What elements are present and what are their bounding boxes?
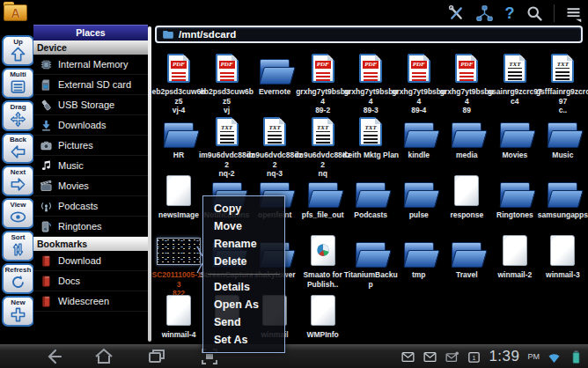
file-item[interactable]: TXTgsainrg9zcrc97c4 (491, 51, 539, 106)
file-item[interactable]: winmail-3 (539, 234, 586, 280)
folder-icon (353, 174, 388, 208)
path-bar[interactable]: /mnt/sdcard (155, 26, 583, 43)
notification-tray[interactable]: 1 1:39PM (401, 344, 584, 368)
file-item[interactable]: Smaato for Publish.. (299, 234, 347, 289)
item-label: samsungapps (534, 210, 588, 220)
folder-item[interactable]: HR (155, 114, 202, 160)
sidebar-item-movies[interactable]: Movies (33, 176, 148, 196)
sidebar-item-label: External SD card (58, 75, 131, 94)
file-item[interactable]: PDFgrxhg7yt9bsbu4 89-4 (395, 51, 443, 115)
topbar-separator (554, 4, 555, 22)
sidebar-item-docs[interactable]: Docs (33, 271, 148, 291)
sidebar-item-label: Podcasts (58, 196, 98, 216)
toolbar-button-next[interactable]: Next (2, 166, 34, 196)
file-item[interactable]: PDFeb2psd3cuw6bz5 vj (203, 51, 251, 115)
context-menu-item-send[interactable]: Send (203, 313, 284, 331)
search-icon[interactable] (526, 4, 544, 23)
folder-item[interactable]: pfs_file_out (299, 174, 347, 220)
sidebar-item-widescreen[interactable]: Widescreen (33, 291, 148, 312)
file-item[interactable]: TXTim9u6dvdc88dz2 nq-3 (251, 114, 298, 179)
folder-item[interactable]: TitaniumBackup (347, 234, 394, 289)
context-menu-item-delete[interactable]: Delete (203, 253, 284, 270)
context-menu: CopyMoveRenameDeleteDetailsOpen AsSendSe… (202, 195, 285, 353)
folder-icon (401, 234, 437, 268)
sidebar-item-label: Internal Memory (58, 55, 128, 74)
network-icon[interactable] (475, 4, 494, 23)
toolbar-button-label: Multi (4, 70, 33, 78)
toolbar-button-drag[interactable]: Drag (2, 100, 34, 131)
toolbar-button-label: Up (4, 38, 33, 46)
email-alert-icon[interactable] (445, 350, 459, 364)
file-item[interactable]: TXTgsfffainrg9zcrc97 c.. (539, 51, 586, 115)
folder-item[interactable]: Movies (491, 114, 539, 160)
sidebar-item-internal-memory[interactable]: Internal Memory (33, 55, 148, 75)
toolbar-button-sort[interactable]: Sort (2, 231, 34, 261)
folder-icon (401, 114, 437, 148)
sidebar-item-usb-storage[interactable]: USB Storage (33, 95, 148, 115)
file-item[interactable]: WMPInfo (299, 294, 347, 340)
recents-nav-icon[interactable] (146, 346, 169, 367)
wifi-icon[interactable] (547, 350, 562, 364)
sidebar-item-music[interactable]: Music (33, 156, 148, 176)
sidebar-item-podcasts[interactable]: Podcasts (33, 196, 148, 217)
sidebar-item-pictures[interactable]: Pictures (33, 136, 148, 156)
download-arrow-icon (40, 119, 53, 132)
file-item[interactable]: PDFeb2psd3cuw6bz5 vj-4 (155, 51, 202, 115)
calendar-icon[interactable]: 1 (467, 350, 481, 364)
sidebar-section-header: Device (33, 40, 148, 55)
file-item[interactable]: TXTim9u6dvdc88dz2 nq-2 (203, 114, 251, 179)
toolbar-button-refresh[interactable]: Refresh (2, 263, 34, 294)
folder-item[interactable]: media (443, 114, 490, 160)
sidebar-item-downloads[interactable]: Downloads (33, 115, 148, 136)
overflow-menu-icon[interactable] (564, 4, 583, 23)
sidebar-item-ringtones[interactable]: Ringtones (33, 217, 148, 237)
item-label: WMPInfo (295, 330, 351, 340)
file-item-selected[interactable]: SC20111005-133 822 (155, 234, 202, 298)
folder-item[interactable]: tmp (395, 234, 443, 280)
file-item[interactable]: winmail-4 (155, 294, 202, 340)
screenshot-thumbnail (157, 234, 201, 268)
context-menu-item-open-as[interactable]: Open As (203, 296, 284, 313)
email-icon[interactable] (401, 350, 415, 364)
folder-item[interactable]: Evernote (251, 51, 298, 97)
file-item[interactable]: response (443, 174, 490, 220)
folder-item[interactable]: Travel (443, 234, 490, 280)
folder-item[interactable]: Ringtones (491, 174, 539, 220)
back-nav-icon[interactable] (42, 346, 65, 367)
file-item[interactable]: winmail-2 (491, 234, 539, 280)
file-item[interactable]: PDFgrxhg7yt9bsbu4 89-2 (299, 51, 347, 115)
sidebar-item-download[interactable]: Download (33, 251, 148, 271)
home-nav-icon[interactable] (93, 346, 116, 367)
folder-item[interactable]: kindle (395, 114, 443, 160)
sidebar-item-external-sd-card[interactable]: External SD card (33, 75, 148, 95)
file-item[interactable]: PDFgrxhg7yt9bsbu4 89 (443, 51, 490, 115)
usb-drive-icon (40, 99, 53, 112)
file-item[interactable]: TXTKeith Mktg Plan (347, 114, 394, 160)
file-item[interactable]: newsImage (155, 174, 202, 220)
toolbar-button-back[interactable]: Back (2, 133, 34, 164)
clock[interactable]: 1:39 (489, 344, 519, 368)
file-item[interactable]: TXTim9u6dvdc88dz2 nq (299, 114, 347, 179)
context-menu-item-rename[interactable]: Rename (203, 235, 284, 253)
file-item[interactable]: PDFgrxhg7yt9bsbu4 89-3 (347, 51, 394, 115)
toolbar-button-new[interactable]: New (2, 296, 34, 327)
sidebar-section-header: Bookmarks (33, 237, 148, 251)
txt-file-icon: TXT (216, 114, 239, 148)
email-icon[interactable] (423, 350, 437, 364)
folder-item[interactable]: pulse (395, 174, 443, 220)
help-icon[interactable]: ? (503, 4, 516, 23)
astro-logo-letter: A (4, 5, 27, 21)
astro-app-icon[interactable]: A (4, 2, 27, 22)
toolbar-button-view[interactable]: View (2, 198, 34, 229)
context-menu-item-set-as[interactable]: Set As (203, 331, 284, 349)
toolbar-button-multi[interactable]: Multi (2, 68, 34, 99)
context-menu-item-copy[interactable]: Copy (203, 200, 284, 217)
folder-item[interactable]: Podcasts (347, 174, 394, 220)
battery-icon[interactable] (569, 350, 584, 364)
folder-item[interactable]: samsungapps (539, 174, 586, 220)
folder-item[interactable]: Music (539, 114, 586, 160)
toolbar-button-up[interactable]: Up (2, 35, 34, 66)
context-menu-item-move[interactable]: Move (203, 217, 284, 235)
tools-icon[interactable] (447, 4, 466, 23)
context-menu-item-details[interactable]: Details (203, 278, 284, 296)
